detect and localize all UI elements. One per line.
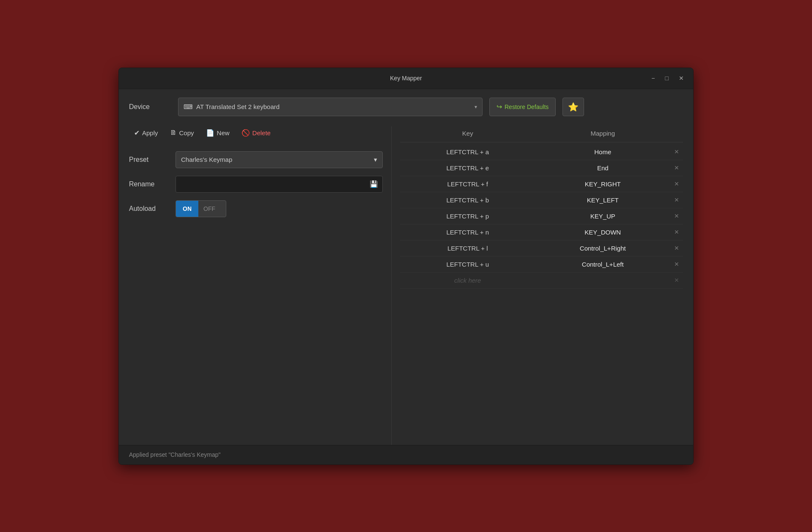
- row-key: LEFTCTRL + n: [400, 229, 535, 236]
- delete-icon: 🚫: [241, 129, 250, 137]
- delete-row-button[interactable]: ✕: [670, 213, 683, 219]
- row-key: LEFTCTRL + f: [400, 180, 535, 188]
- delete-row-button[interactable]: ✕: [670, 148, 683, 155]
- chevron-down-icon: ▾: [475, 104, 477, 110]
- toggle-on[interactable]: ON: [176, 201, 198, 217]
- device-selected-value: AT Translated Set 2 keyboard: [196, 103, 280, 110]
- preset-arrow-icon: ▾: [374, 156, 377, 164]
- row-mapping: KEY_LEFT: [535, 196, 671, 204]
- minimize-button[interactable]: −: [649, 74, 657, 82]
- statusbar: Applied preset "Charles's Keymap": [119, 445, 693, 464]
- table-row[interactable]: LEFTCTRL + a Home ✕: [400, 144, 683, 160]
- copy-icon: 🗎: [170, 129, 177, 136]
- col-key-header: Key: [400, 130, 535, 137]
- copy-button[interactable]: 🗎 Copy: [165, 126, 199, 139]
- new-icon: 📄: [206, 129, 214, 137]
- device-label: Device: [129, 103, 171, 111]
- row-mapping: Control_L+Left: [535, 261, 671, 268]
- keyboard-icon: ⌨: [184, 103, 193, 111]
- right-panel: Key Mapping LEFTCTRL + a Home ✕ LEFTCTRL…: [391, 126, 683, 445]
- delete-row-button[interactable]: ✕: [670, 196, 683, 203]
- table-row[interactable]: LEFTCTRL + f KEY_RIGHT ✕: [400, 176, 683, 192]
- table-row[interactable]: LEFTCTRL + e End ✕: [400, 160, 683, 176]
- delete-label: Delete: [252, 129, 271, 136]
- maximize-button[interactable]: □: [663, 74, 671, 82]
- main-area: ✔ Apply 🗎 Copy 📄 New 🚫 Delete: [129, 126, 683, 445]
- toggle-off[interactable]: OFF: [198, 201, 220, 217]
- placeholder-del: ✕: [670, 277, 683, 284]
- close-button[interactable]: ✕: [676, 74, 686, 82]
- main-window: Key Mapper − □ ✕ Device ⌨ AT Translated …: [118, 68, 694, 465]
- rename-label: Rename: [129, 180, 176, 188]
- restore-icon: ↪: [497, 103, 502, 111]
- delete-row-button[interactable]: ✕: [670, 180, 683, 187]
- delete-row-button[interactable]: ✕: [670, 164, 683, 171]
- preset-label: Preset: [129, 156, 176, 164]
- placeholder-row[interactable]: click here ✕: [400, 273, 683, 289]
- table-row[interactable]: LEFTCTRL + n KEY_DOWN ✕: [400, 224, 683, 240]
- row-mapping: KEY_RIGHT: [535, 180, 671, 188]
- preset-select[interactable]: Charles's Keymap ▾: [176, 151, 383, 168]
- row-key: LEFTCTRL + l: [400, 245, 535, 252]
- apply-button[interactable]: ✔ Apply: [129, 126, 163, 139]
- rename-row: Rename 💾: [129, 176, 383, 193]
- toolbar: ✔ Apply 🗎 Copy 📄 New 🚫 Delete: [129, 126, 383, 139]
- preset-row: Preset Charles's Keymap ▾: [129, 151, 383, 168]
- copy-label: Copy: [179, 129, 194, 136]
- restore-defaults-button[interactable]: ↪ Restore Defaults: [489, 98, 556, 116]
- delete-row-button[interactable]: ✕: [670, 229, 683, 235]
- mapping-list: LEFTCTRL + a Home ✕ LEFTCTRL + e End ✕ L…: [400, 144, 683, 445]
- delete-button[interactable]: 🚫 Delete: [236, 126, 276, 139]
- new-button[interactable]: 📄 New: [201, 126, 235, 139]
- table-row[interactable]: LEFTCTRL + p KEY_UP ✕: [400, 208, 683, 224]
- apply-label: Apply: [142, 129, 158, 136]
- device-select-text: ⌨ AT Translated Set 2 keyboard: [184, 103, 280, 111]
- window-controls: − □ ✕: [649, 74, 686, 82]
- row-mapping: KEY_DOWN: [535, 229, 671, 236]
- preset-value: Charles's Keymap: [181, 156, 232, 163]
- window-title: Key Mapper: [390, 75, 422, 82]
- restore-defaults-label: Restore Defaults: [505, 104, 549, 110]
- rename-save-icon: 💾: [370, 180, 378, 188]
- col-mapping-header: Mapping: [535, 130, 671, 137]
- table-row[interactable]: LEFTCTRL + l Control_L+Right ✕: [400, 240, 683, 256]
- star-button[interactable]: ⭐: [562, 98, 584, 116]
- new-label: New: [217, 129, 230, 136]
- autoload-row: Autoload ON OFF: [129, 200, 383, 217]
- row-mapping: KEY_UP: [535, 213, 671, 220]
- device-row: Device ⌨ AT Translated Set 2 keyboard ▾ …: [129, 98, 683, 116]
- row-mapping: Control_L+Right: [535, 245, 671, 252]
- row-key: LEFTCTRL + p: [400, 213, 535, 220]
- row-key: LEFTCTRL + a: [400, 148, 535, 156]
- mapping-header: Key Mapping: [400, 126, 683, 142]
- rename-input[interactable]: 💾: [176, 176, 383, 193]
- table-row[interactable]: LEFTCTRL + b KEY_LEFT ✕: [400, 192, 683, 208]
- titlebar: Key Mapper − □ ✕: [119, 68, 693, 89]
- row-mapping: End: [535, 164, 671, 172]
- placeholder-key: click here: [400, 277, 535, 284]
- device-select[interactable]: ⌨ AT Translated Set 2 keyboard ▾: [178, 98, 483, 116]
- delete-row-button[interactable]: ✕: [670, 261, 683, 267]
- table-row[interactable]: LEFTCTRL + u Control_L+Left ✕: [400, 256, 683, 273]
- delete-row-button[interactable]: ✕: [670, 245, 683, 251]
- row-key: LEFTCTRL + e: [400, 164, 535, 172]
- content-area: Device ⌨ AT Translated Set 2 keyboard ▾ …: [119, 89, 693, 445]
- statusbar-text: Applied preset "Charles's Keymap": [129, 451, 221, 458]
- autoload-label: Autoload: [129, 205, 176, 213]
- row-mapping: Home: [535, 148, 671, 156]
- autoload-toggle[interactable]: ON OFF: [176, 200, 226, 217]
- row-key: LEFTCTRL + b: [400, 196, 535, 204]
- row-key: LEFTCTRL + u: [400, 261, 535, 268]
- left-panel: ✔ Apply 🗎 Copy 📄 New 🚫 Delete: [129, 126, 391, 445]
- apply-icon: ✔: [134, 129, 140, 137]
